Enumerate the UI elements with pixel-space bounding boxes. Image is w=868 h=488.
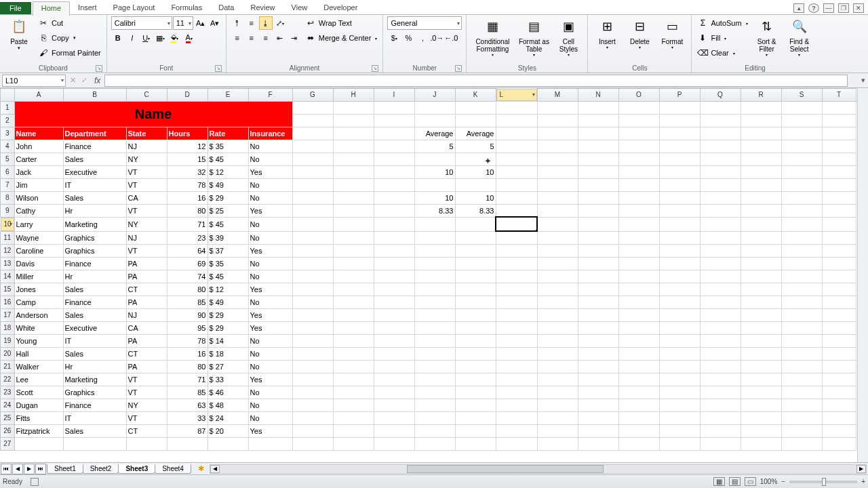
cell[interactable] (781, 283, 822, 296)
cell[interactable] (822, 308, 856, 321)
cell[interactable] (618, 437, 659, 450)
cell[interactable] (618, 321, 659, 334)
cell[interactable] (292, 204, 333, 217)
insert-cells-button[interactable]: ⊞Insert▾ (592, 16, 622, 52)
cell[interactable] (741, 244, 781, 257)
cell[interactable] (700, 101, 741, 114)
cell[interactable] (741, 334, 781, 347)
sheet-tab-Sheet2[interactable]: Sheet2 (83, 464, 119, 474)
cell[interactable] (292, 114, 333, 127)
cell[interactable] (333, 308, 374, 321)
cell[interactable] (618, 360, 659, 373)
tab-developer[interactable]: Developer (315, 1, 366, 14)
cell[interactable] (126, 437, 167, 450)
cell[interactable] (741, 399, 781, 411)
cell[interactable] (374, 334, 414, 347)
cell[interactable] (455, 231, 496, 244)
cell[interactable] (822, 165, 856, 178)
cell[interactable] (578, 114, 618, 127)
cell[interactable] (822, 399, 856, 411)
cell[interactable]: $ 14 (208, 334, 248, 347)
cell[interactable]: $ 49 (208, 178, 248, 191)
cell[interactable] (292, 308, 333, 321)
cell[interactable] (374, 114, 414, 127)
cell[interactable]: $ 37 (208, 244, 248, 257)
cell[interactable] (700, 152, 741, 165)
cell[interactable]: NJ (126, 308, 167, 321)
col-header-Q[interactable]: Q (700, 89, 741, 102)
cell[interactable] (496, 373, 537, 386)
cell[interactable] (822, 347, 856, 360)
cell[interactable]: Fitzpatrick (14, 424, 63, 437)
row-header-21[interactable]: 21 (1, 360, 15, 373)
cell[interactable]: Fitts (14, 411, 63, 424)
cell[interactable] (374, 399, 414, 411)
cell[interactable] (659, 334, 700, 347)
cell[interactable] (781, 437, 822, 450)
cell[interactable] (618, 373, 659, 386)
cell[interactable] (822, 270, 856, 283)
cell[interactable] (374, 424, 414, 437)
cell[interactable] (292, 373, 333, 386)
cell[interactable] (455, 217, 496, 231)
autosum-button[interactable]: ΣAutoSum▾ (696, 16, 749, 30)
cell[interactable] (333, 321, 374, 334)
cell[interactable] (578, 101, 618, 114)
cell[interactable] (741, 101, 781, 114)
cell[interactable] (741, 347, 781, 360)
formula-input[interactable] (104, 75, 848, 87)
cell[interactable]: VT (126, 165, 167, 178)
cell[interactable] (455, 244, 496, 257)
cell[interactable] (700, 140, 741, 152)
cell[interactable] (578, 178, 618, 191)
cell[interactable] (659, 191, 700, 204)
cell[interactable] (496, 178, 537, 191)
cell[interactable] (208, 437, 248, 450)
cell[interactable] (292, 321, 333, 334)
cell[interactable]: 64 (167, 244, 208, 257)
tab-view[interactable]: View (283, 1, 316, 14)
row-header-26[interactable]: 26 (1, 424, 15, 437)
cell[interactable]: 23 (167, 231, 208, 244)
cell[interactable] (700, 165, 741, 178)
cell[interactable] (537, 424, 578, 437)
hscroll-thumb[interactable] (407, 465, 604, 473)
cell[interactable] (578, 257, 618, 270)
cell[interactable]: Graphics (63, 244, 126, 257)
cell[interactable] (659, 347, 700, 360)
cell[interactable] (414, 114, 455, 127)
cell[interactable] (374, 217, 414, 231)
font-name-select[interactable]: Calibri (111, 16, 172, 30)
row-header-8[interactable]: 8 (1, 191, 15, 204)
tab-insert[interactable]: Insert (70, 1, 105, 14)
row-header-17[interactable]: 17 (1, 308, 15, 321)
cell[interactable]: 80 (167, 204, 208, 217)
row-header-14[interactable]: 14 (1, 270, 15, 283)
cell[interactable]: Finance (63, 296, 126, 308)
cell[interactable] (578, 217, 618, 231)
cell[interactable] (781, 178, 822, 191)
cell[interactable] (741, 217, 781, 231)
cell[interactable]: NJ (126, 140, 167, 152)
cell[interactable] (292, 152, 333, 165)
cell[interactable] (496, 308, 537, 321)
cell[interactable] (659, 127, 700, 140)
col-header-T[interactable]: T (822, 89, 856, 102)
row-header-7[interactable]: 7 (1, 178, 15, 191)
cell[interactable]: Jim (14, 178, 63, 191)
cell[interactable]: Finance (63, 257, 126, 270)
row-header-1[interactable]: 1 (1, 101, 15, 114)
cell[interactable] (659, 360, 700, 373)
zoom-in-button[interactable]: + (861, 478, 865, 485)
row-header-11[interactable]: 11 (1, 231, 15, 244)
cell[interactable] (578, 244, 618, 257)
cell[interactable]: Cathy (14, 204, 63, 217)
cell[interactable] (822, 101, 856, 114)
number-dialog-launcher[interactable]: ↘ (455, 65, 462, 72)
cell[interactable] (578, 360, 618, 373)
cell[interactable] (374, 191, 414, 204)
cell[interactable] (374, 101, 414, 114)
cell[interactable] (455, 399, 496, 411)
sort-filter-button[interactable]: ⇅Sort & Filter▾ (752, 16, 782, 59)
cell[interactable] (659, 257, 700, 270)
